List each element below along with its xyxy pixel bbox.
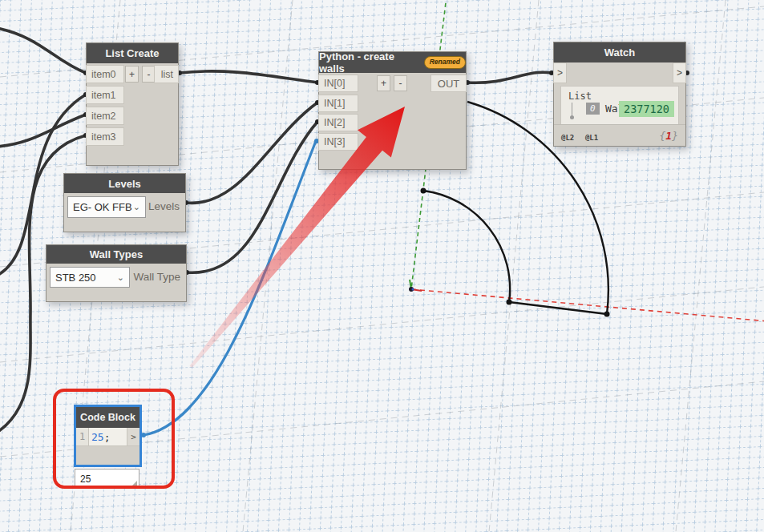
port-out[interactable]: OUT	[431, 75, 467, 92]
watch-list-label: List	[568, 91, 592, 102]
code-block-title: Code Block	[80, 412, 135, 423]
watch-title: Watch	[604, 46, 636, 58]
port-item2[interactable]: item2	[86, 107, 124, 125]
add-input-button[interactable]: +	[377, 75, 390, 91]
watch-count-badge: {1}	[660, 130, 678, 142]
node-list-create[interactable]: List Create item0 item1 item2 item3 + - …	[86, 42, 179, 166]
code-suffix: ;	[104, 431, 111, 443]
base-line-segment	[509, 302, 607, 314]
levels-title: Levels	[108, 178, 140, 190]
node-code-block[interactable]: Code Block 1 25 ; >	[74, 405, 142, 467]
point-inner-arc-start	[421, 188, 426, 194]
chevron-down-icon: ⌄	[117, 273, 124, 282]
wall-types-header[interactable]: Wall Types	[46, 245, 186, 264]
level-tag-l1: @L1	[585, 134, 598, 142]
wall-types-dropdown[interactable]: STB 250 ⌄	[50, 267, 130, 288]
port-in1[interactable]: IN[1]	[318, 95, 358, 112]
levels-dropdown[interactable]: EG- OK FFB ⌄	[67, 196, 146, 218]
watch-item-value[interactable]: 2377120	[619, 101, 674, 117]
x-axis-line	[411, 289, 764, 321]
list-create-header[interactable]: List Create	[87, 43, 178, 63]
point-outer-arc-end	[604, 312, 610, 317]
port-in2[interactable]: IN[2]	[318, 114, 358, 131]
levels-dropdown-value: EG- OK FFB	[73, 201, 132, 213]
list-create-title: List Create	[105, 47, 159, 59]
port-item1[interactable]: item1	[86, 86, 124, 104]
resize-handle-icon[interactable]	[131, 481, 137, 487]
code-block-line[interactable]: 1 25 ; >	[76, 428, 139, 446]
remove-input-button[interactable]: -	[394, 75, 407, 91]
port-in3[interactable]: IN[3]	[318, 133, 358, 151]
tree-connector-line	[572, 103, 572, 115]
wire-out-to-watch[interactable]	[467, 72, 552, 83]
wire-to-item2[interactable]	[0, 115, 86, 147]
code-value: 25	[91, 431, 104, 443]
wire-list-to-in0[interactable]	[180, 71, 317, 83]
watch-header[interactable]: Watch	[554, 42, 685, 62]
watch-index-badge: 0	[586, 103, 600, 115]
code-block-header[interactable]: Code Block	[76, 407, 139, 428]
renamed-badge: Renamed	[424, 56, 466, 68]
wire-to-item0[interactable]	[0, 28, 86, 73]
port-item3[interactable]: item3	[86, 127, 124, 146]
chevron-down-icon: ⌄	[133, 203, 140, 212]
wall-types-dropdown-value: STB 250	[55, 272, 96, 284]
tree-connector-dot	[570, 115, 574, 119]
python-title: Python - create walls	[319, 50, 419, 75]
node-levels[interactable]: Levels EG- OK FFB ⌄ Levels	[63, 173, 186, 232]
node-watch[interactable]: Watch > > List 0 Wall 2377120 @L2 @L1 {1…	[553, 42, 686, 147]
watch-input-port[interactable]: >	[553, 62, 567, 83]
add-input-button[interactable]: +	[125, 66, 139, 83]
wall-types-title: Wall Types	[90, 248, 143, 260]
levels-header[interactable]: Levels	[64, 174, 185, 193]
level-tag-l2: @L2	[561, 134, 574, 142]
node-wall-types[interactable]: Wall Types STB 250 ⌄ Wall Type	[46, 244, 187, 302]
port-levels-output[interactable]: Levels	[148, 200, 180, 212]
origin-marker	[409, 280, 422, 292]
wire-walltype-to-in2[interactable]	[187, 122, 317, 272]
watch-footer: @L2 @L1 {1}	[554, 124, 685, 146]
inner-arc-curve	[423, 191, 510, 302]
watch-value-panel: List 0 Wall 2377120	[560, 86, 679, 125]
watch-output-port[interactable]: >	[673, 62, 686, 83]
line-number: 1	[76, 428, 89, 445]
port-in0[interactable]: IN[0]	[318, 75, 358, 92]
python-header[interactable]: Python - create walls Renamed	[319, 52, 466, 73]
dynamo-workspace[interactable]: List Create item0 item1 item2 item3 + - …	[0, 0, 764, 532]
port-list-output[interactable]: list	[154, 65, 179, 83]
code-block-editor-input[interactable]	[75, 469, 139, 489]
point-inner-arc-end	[507, 300, 512, 305]
port-wall-type-output[interactable]: Wall Type	[133, 271, 180, 283]
node-python-create-walls[interactable]: Python - create walls Renamed IN[0] IN[1…	[318, 51, 467, 170]
code-block-output-port[interactable]: >	[127, 428, 139, 445]
port-item0[interactable]: item0	[86, 65, 124, 83]
